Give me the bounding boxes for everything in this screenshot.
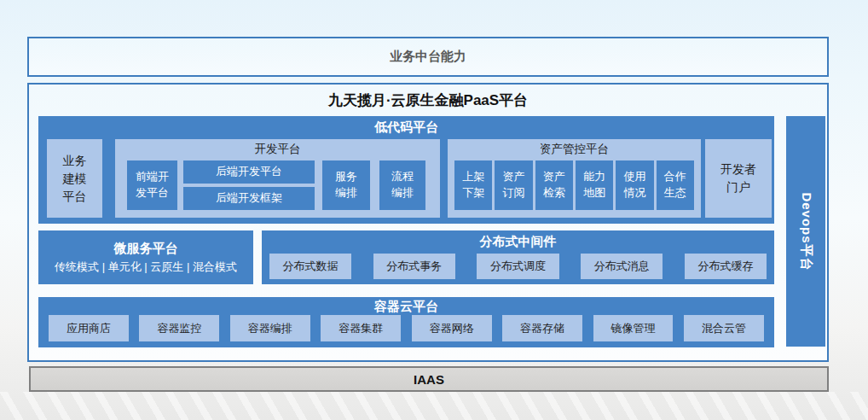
container-item-monitoring: 容器监控 bbox=[139, 315, 219, 341]
asset-item-listing: 上架 下架 bbox=[454, 160, 492, 210]
middleware-item-data: 分布式数据 bbox=[269, 254, 351, 279]
process-orchestration-box: 流程 编排 bbox=[379, 160, 425, 210]
container-item-image-mgmt: 镜像管理 bbox=[593, 315, 674, 341]
low-code-platform-block: 低代码平台 业务 建模 平台 开发平台 前端开 发平台 后端开发平台 后端开发框… bbox=[38, 116, 774, 224]
container-item-orchestration: 容器编排 bbox=[230, 315, 310, 341]
dev-platform-title: 开发平台 bbox=[115, 142, 440, 157]
container-cloud-title: 容器云平台 bbox=[38, 298, 774, 315]
platform-title: 九天揽月·云原生金融PaaS平台 bbox=[29, 90, 827, 110]
backend-dev-platform-box: 后端开发平台 bbox=[183, 160, 315, 184]
microservice-platform-title: 微服务平台 bbox=[114, 241, 178, 257]
asset-control-title: 资产管控平台 bbox=[448, 142, 701, 157]
container-item-storage: 容器存储 bbox=[502, 315, 582, 341]
distributed-middleware-title: 分布式中间件 bbox=[262, 232, 774, 251]
asset-control-panel: 资产管控平台 上架 下架 资产 订阅 资产 检索 能力 地图 使用 情况 合作 … bbox=[448, 139, 701, 218]
devops-platform-bar: Devops平台 bbox=[786, 116, 825, 347]
iaas-bar: IAAS bbox=[29, 366, 829, 392]
asset-item-capability-map: 能力 地图 bbox=[576, 160, 613, 210]
business-midplatform-label: 业务中台能力 bbox=[390, 49, 466, 65]
microservice-platform-block: 微服务平台 传统模式 | 单元化 | 云原生 | 混合模式 bbox=[38, 230, 253, 284]
iaas-label: IAAS bbox=[414, 372, 444, 387]
low-code-platform-title: 低代码平台 bbox=[38, 118, 774, 137]
middleware-item-message: 分布式消息 bbox=[581, 254, 663, 279]
container-cloud-block: 容器云平台 应用商店 容器监控 容器编排 容器集群 容器网络 容器存储 镜像管理… bbox=[38, 297, 774, 347]
business-midplatform-banner: 业务中台能力 bbox=[27, 37, 829, 77]
frontend-dev-box: 前端开 发平台 bbox=[127, 160, 177, 210]
asset-item-subscription: 资产 订阅 bbox=[495, 160, 532, 210]
container-item-cluster: 容器集群 bbox=[321, 315, 401, 341]
middleware-item-scheduling: 分布式调度 bbox=[477, 254, 558, 279]
middleware-items-row: 分布式数据 分布式事务 分布式调度 分布式消息 分布式缓存 bbox=[269, 254, 767, 279]
middleware-item-cache: 分布式缓存 bbox=[685, 254, 767, 279]
asset-item-usage: 使用 情况 bbox=[616, 160, 653, 210]
paas-platform-container: 九天揽月·云原生金融PaaS平台 低代码平台 业务 建模 平台 开发平台 前端开… bbox=[27, 83, 829, 362]
container-item-app-store: 应用商店 bbox=[49, 315, 129, 341]
microservice-platform-modes: 传统模式 | 单元化 | 云原生 | 混合模式 bbox=[55, 260, 237, 275]
asset-item-cooperation: 合作 生态 bbox=[657, 160, 694, 210]
devops-platform-label: Devops平台 bbox=[798, 192, 814, 271]
distributed-middleware-block: 分布式中间件 分布式数据 分布式事务 分布式调度 分布式消息 分布式缓存 bbox=[262, 230, 774, 284]
container-item-network: 容器网络 bbox=[412, 315, 492, 341]
background-texture bbox=[0, 392, 868, 420]
developer-portal-box: 开发者 门户 bbox=[705, 139, 772, 218]
dev-platform-panel: 开发平台 前端开 发平台 后端开发平台 后端开发框架 服务 编排 流程 编排 bbox=[115, 139, 440, 218]
asset-control-items-row: 上架 下架 资产 订阅 资产 检索 能力 地图 使用 情况 合作 生态 bbox=[454, 160, 694, 210]
service-orchestration-box: 服务 编排 bbox=[322, 160, 370, 210]
architecture-diagram-page: { "colors": { "accent_blue": "#4583c6", … bbox=[0, 0, 868, 420]
container-cloud-items-row: 应用商店 容器监控 容器编排 容器集群 容器网络 容器存储 镜像管理 混合云管 bbox=[49, 315, 764, 341]
asset-item-search: 资产 检索 bbox=[535, 160, 573, 210]
backend-dev-framework-box: 后端开发框架 bbox=[183, 187, 315, 210]
middleware-item-transaction: 分布式事务 bbox=[373, 254, 455, 279]
business-modeling-box: 业务 建模 平台 bbox=[47, 139, 102, 218]
container-item-hybrid-cloud: 混合云管 bbox=[684, 315, 764, 341]
